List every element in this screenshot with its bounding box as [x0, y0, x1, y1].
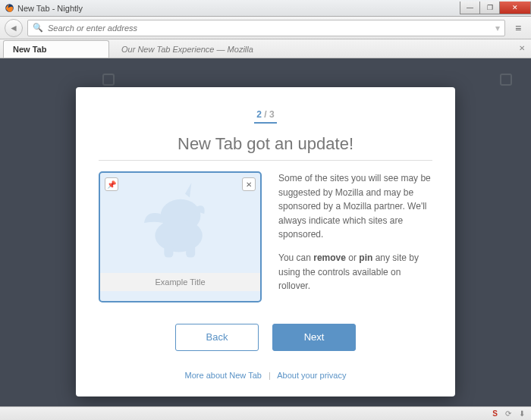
- maximize-button[interactable]: ❐: [479, 2, 500, 14]
- tile-placeholder: [102, 74, 115, 86]
- link-separator: |: [269, 371, 271, 380]
- url-bar[interactable]: 🔍 ▾: [27, 20, 505, 36]
- unicorn-icon: [135, 177, 226, 268]
- url-input[interactable]: [48, 24, 491, 33]
- tab-background[interactable]: Our New Tab Experience — Mozilla: [115, 40, 259, 58]
- svg-point-2: [155, 219, 202, 252]
- window-close-button[interactable]: ✕: [499, 2, 531, 14]
- modal-heading: New Tab got an update!: [99, 134, 432, 154]
- content-area: 2 / 3 New Tab got an update! 📌 ✕: [0, 58, 531, 406]
- tab-active[interactable]: New Tab: [3, 40, 109, 58]
- example-tile-title: Example Title: [100, 273, 260, 291]
- status-refresh-icon[interactable]: ⟳: [505, 409, 511, 418]
- search-icon: 🔍: [33, 23, 43, 33]
- modal-description: Some of the sites you will see may be su…: [278, 171, 432, 302]
- svg-rect-3: [164, 245, 173, 258]
- window-titlebar: New Tab - Nightly — ❐ ✕: [0, 0, 531, 17]
- status-s-icon[interactable]: S: [492, 409, 498, 418]
- status-download-icon[interactable]: ⬇: [519, 409, 525, 418]
- step-indicator: 2 / 3: [254, 109, 276, 124]
- divider: [99, 160, 432, 161]
- window-title: New Tab - Nightly: [17, 4, 83, 13]
- tab-strip: New Tab Our New Tab Experience — Mozilla…: [0, 39, 531, 58]
- hamburger-menu-button[interactable]: ≡: [510, 20, 526, 36]
- nav-back-button[interactable]: ◄: [5, 19, 23, 37]
- privacy-link[interactable]: About your privacy: [277, 371, 346, 380]
- minimize-button[interactable]: —: [460, 2, 480, 14]
- tabstrip-close-icon[interactable]: ✕: [519, 44, 525, 52]
- next-button[interactable]: Next: [272, 324, 356, 351]
- close-icon[interactable]: ✕: [242, 177, 256, 191]
- nav-toolbar: ◄ 🔍 ▾ ≡: [0, 17, 531, 39]
- pin-icon[interactable]: 📌: [105, 177, 118, 191]
- firefox-icon: [5, 3, 14, 13]
- back-button[interactable]: Back: [175, 324, 259, 351]
- tile-placeholder: [500, 74, 512, 86]
- more-about-link[interactable]: More about New Tab: [185, 371, 262, 380]
- svg-rect-4: [186, 245, 195, 258]
- bookmark-star-icon[interactable]: ▾: [495, 23, 500, 33]
- onboarding-modal: 2 / 3 New Tab got an update! 📌 ✕: [76, 87, 455, 396]
- example-tile: 📌 ✕ Example Title: [99, 171, 262, 302]
- status-bar: S ⟳ ⬇: [0, 406, 531, 420]
